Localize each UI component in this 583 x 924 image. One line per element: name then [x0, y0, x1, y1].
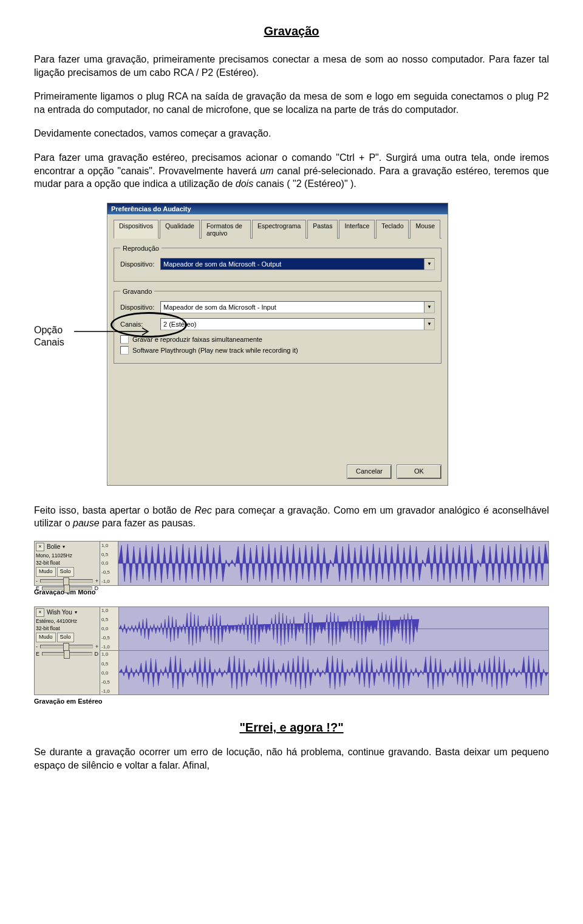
mute-button[interactable]: Mudo [36, 567, 56, 577]
paragraph-2: Primeiramente ligamos o plug RCA na saíd… [34, 90, 549, 116]
callout-label: Opção Canais [34, 324, 64, 348]
track-bitdepth: 32-bit float [36, 625, 98, 631]
paragraph-1: Para fazer uma gravação, primeiramente p… [34, 53, 549, 79]
page-title: Gravação [34, 24, 549, 38]
checkbox-icon [120, 335, 129, 344]
waveform-display-left[interactable] [119, 607, 548, 651]
subheading: "Errei, e agora !?" [34, 721, 549, 735]
close-icon[interactable]: × [36, 608, 44, 617]
combo-channels[interactable]: 2 (Estéreo) ▼ [160, 318, 435, 330]
chevron-down-icon: ▼ [424, 319, 434, 330]
tab-pastas[interactable]: Pastas [307, 220, 338, 239]
checkbox-playthrough[interactable]: Software Playthrough (Play new track whi… [120, 346, 435, 355]
checkbox-icon [120, 346, 129, 355]
dialog-titlebar: Preferências do Audacity [107, 203, 448, 214]
label-device-playback: Dispositivo: [120, 260, 157, 268]
paragraph-5: Feito isso, basta apertar o botão de Rec… [34, 504, 549, 530]
ok-button[interactable]: OK [397, 464, 442, 479]
track-panel: × Bolie ▾ Mono, 11025Hz 32-bit float Mud… [35, 542, 100, 585]
tab-espectrograma[interactable]: Espectrograma [252, 220, 306, 239]
label-channels: Canais: [120, 321, 157, 328]
chevron-down-icon[interactable]: ▾ [63, 544, 65, 549]
track-panel: × Wish You ▾ Estéreo, 44100Hz 32-bit flo… [35, 607, 100, 695]
track-scale: 1,0 0,5 0,0 -0,5 -1,0 1,0 0,5 0,0 -0,5 -… [100, 607, 119, 695]
pan-slider[interactable]: ED [36, 651, 98, 657]
label-device-record: Dispositivo: [120, 304, 157, 311]
tab-formatos[interactable]: Formatos de arquivo [201, 220, 251, 239]
gain-slider[interactable]: -+ [36, 644, 98, 650]
waveform-display[interactable] [118, 542, 548, 585]
caption-mono: Gravação em Mono [34, 588, 549, 596]
combo-device-playback[interactable]: Mapeador de som da Microsoft - Output ▼ [160, 258, 435, 270]
combo-device-record[interactable]: Mapeador de som da Microsoft - Input ▼ [160, 301, 435, 313]
cancel-button[interactable]: Cancelar [347, 464, 392, 479]
dialog-tabs: Dispositivos Qualidade Formatos de arqui… [114, 219, 442, 239]
close-icon[interactable]: × [36, 543, 44, 551]
chevron-down-icon: ▼ [424, 259, 434, 270]
caption-stereo: Gravação em Estéreo [34, 698, 549, 705]
track-format: Estéreo, 44100Hz [36, 618, 98, 624]
tab-mouse[interactable]: Mouse [410, 220, 440, 239]
paragraph-6: Se durante a gravação ocorrer um erro de… [34, 746, 549, 772]
paragraph-4: Para fazer uma gravação estéreo, precisa… [34, 151, 549, 191]
track-name: Bolie [47, 543, 60, 550]
tab-dispositivos[interactable]: Dispositivos [114, 220, 159, 239]
solo-button[interactable]: Solo [57, 567, 74, 577]
waveform-track-mono: × Bolie ▾ Mono, 11025Hz 32-bit float Mud… [34, 541, 549, 586]
dialog-illustration: Opção Canais Preferências do Audacity Di… [34, 203, 549, 486]
group-playback-legend: Reprodução [120, 245, 162, 252]
tab-qualidade[interactable]: Qualidade [160, 220, 200, 239]
solo-button[interactable]: Solo [57, 633, 74, 642]
waveform-display-right[interactable] [119, 651, 548, 695]
checkbox-simultaneous[interactable]: Gravar e reproduzir faixas simultaneamen… [120, 335, 435, 344]
mute-button[interactable]: Mudo [36, 633, 56, 642]
chevron-down-icon[interactable]: ▾ [75, 610, 77, 615]
track-scale: 1,0 0,5 0,0 -0,5 -1,0 [100, 542, 118, 585]
tab-teclado[interactable]: Teclado [376, 220, 409, 239]
gain-slider[interactable]: -+ [36, 578, 98, 584]
track-format: Mono, 11025Hz [36, 552, 98, 559]
chevron-down-icon: ▼ [424, 302, 434, 313]
tab-interface[interactable]: Interface [339, 220, 375, 239]
group-playback: Reprodução Dispositivo: Mapeador de som … [114, 245, 442, 282]
group-recording: Gravando Dispositivo: Mapeador de som da… [114, 288, 442, 364]
waveform-track-stereo: × Wish You ▾ Estéreo, 44100Hz 32-bit flo… [34, 606, 549, 695]
track-name: Wish You [47, 609, 72, 616]
track-bitdepth: 32-bit float [36, 560, 98, 566]
preferences-dialog: Preferências do Audacity Dispositivos Qu… [107, 203, 448, 486]
group-recording-legend: Gravando [120, 288, 154, 295]
paragraph-3: Devidamente conectados, vamos começar a … [34, 127, 549, 140]
